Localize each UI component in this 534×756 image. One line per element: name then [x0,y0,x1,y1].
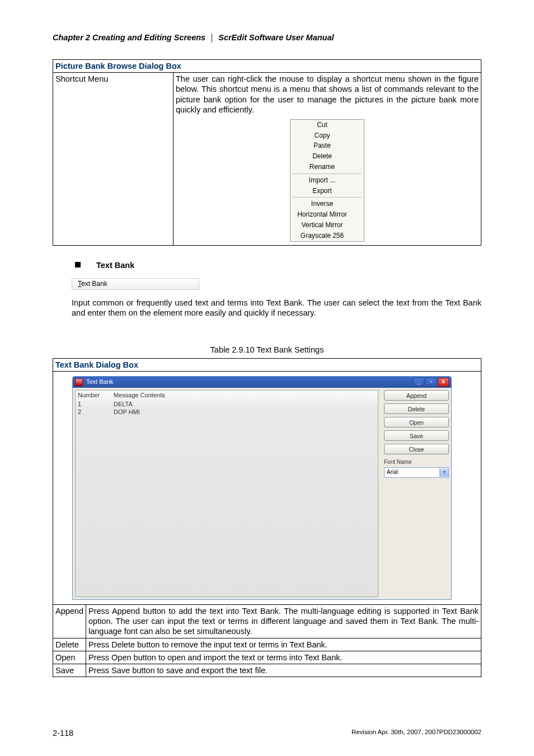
dialog-side-panel: Append Delete Open Save Close Font Name … [378,390,449,597]
cm-inverse[interactable]: Inverse [291,199,364,209]
cm-vmirror[interactable]: Vertical Mirror [291,220,364,231]
col-number: Number [78,392,114,400]
desc-delete-label: Delete [53,638,86,651]
row-msg: DOP HMI [114,408,376,416]
desc-open-text: Press Open button to open and import the… [86,651,481,664]
text-bank-paragraph: Input common or frequently used text and… [72,298,481,318]
close-dialog-button[interactable]: Close [384,444,449,454]
picture-bank-title: Picture Bank Browse Dialog Box [53,60,481,73]
font-name-value: Arial [387,469,439,476]
delete-button[interactable]: Delete [384,403,449,414]
cm-sep-2 [293,197,362,198]
context-menu: Cut Copy Paste Delete Rename Import ... … [290,119,364,242]
page-footer: 2-118 Revision Apr. 30th, 2007, 2007PDD2… [53,728,481,738]
close-button[interactable]: X [438,378,449,387]
revision-text: Revision Apr. 30th, 2007, 2007PDD2300000… [352,728,481,738]
desc-append-label: Append [53,605,86,638]
desc-save-label: Save [53,664,86,677]
row-num: 2 [78,408,114,416]
cm-import[interactable]: Import ... [291,175,364,186]
row-msg: DELTA [114,401,376,408]
font-name-combo[interactable]: Arial ▾ [384,467,449,478]
page-number: 2-118 [53,728,73,738]
menu-rest: ext Bank [81,280,107,288]
text-bank-heading-text: Text Bank [96,260,134,270]
shortcut-menu-cell: The user can right-click the mouse to di… [174,73,481,245]
list-row[interactable]: 2 DOP HMI [76,408,378,416]
chevron-down-icon[interactable]: ▾ [439,468,448,477]
header-separator: ｜ [208,33,216,42]
cm-hmirror[interactable]: Horizontal Mirror [291,209,364,220]
dialog-list-header: Number Message Contents [76,391,378,401]
picture-bank-table: Picture Bank Browse Dialog Box Shortcut … [53,59,481,245]
text-bank-table: Text Bank Dialog Box Text Bank _ ▫ X [53,358,481,677]
dialog-title-text: Text Bank [86,378,113,386]
cm-copy[interactable]: Copy [291,130,364,141]
font-name-label: Font Name [384,459,449,466]
minimize-button[interactable]: _ [413,378,424,387]
text-bank-heading: Text Bank [75,260,481,270]
save-button[interactable]: Save [384,430,449,441]
col-contents: Message Contents [114,392,376,400]
cm-delete[interactable]: Delete [291,151,364,162]
append-button[interactable]: Append [384,390,449,401]
maximize-button[interactable]: ▫ [425,378,437,387]
cm-cut[interactable]: Cut [291,120,364,130]
shortcut-menu-label: Shortcut Menu [53,73,174,245]
desc-save-text: Press Save button to save and export the… [86,664,481,677]
desc-delete-text: Press Delete button to remove the input … [86,638,481,651]
bullet-square-icon [75,262,81,267]
dialog-app-icon [75,378,83,386]
cm-rename[interactable]: Rename [291,162,364,172]
page-header: Chapter 2 Creating and Editing Screens ｜… [53,32,481,43]
open-button[interactable]: Open [384,417,449,428]
header-chapter: Chapter 2 Creating and Editing Screens [53,33,205,42]
dialog-titlebar: Text Bank _ ▫ X [73,377,451,388]
text-bank-dialog-cell: Text Bank _ ▫ X Number Message Contents [53,372,481,605]
text-bank-table-title: Text Bank Dialog Box [53,359,481,372]
row-num: 1 [78,401,114,408]
cm-grayscale[interactable]: Grayscale 256 [291,231,364,241]
cm-paste[interactable]: Paste [291,140,364,151]
cm-export[interactable]: Export [291,186,364,196]
desc-open-label: Open [53,651,86,664]
cm-sep-1 [293,173,362,174]
shortcut-menu-text: The user can right-click the mouse to di… [176,74,479,115]
desc-append-text: Press Append button to add the text into… [86,605,481,638]
list-row[interactable]: 1 DELTA [76,401,378,408]
table-caption: Table 2.9.10 Text Bank Settings [53,345,481,355]
dialog-list[interactable]: Number Message Contents 1 DELTA 2 DOP HM… [75,390,378,597]
text-bank-menu-item[interactable]: Text Bank [72,278,199,290]
header-manual: ScrEdit Software User Manual [218,33,334,42]
text-bank-dialog: Text Bank _ ▫ X Number Message Contents [72,376,452,600]
